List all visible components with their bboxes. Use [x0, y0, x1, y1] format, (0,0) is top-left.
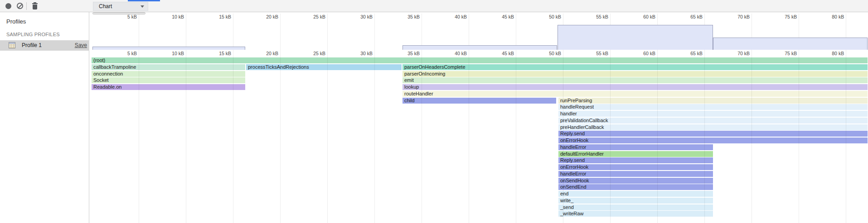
overview-band[interactable] — [558, 25, 713, 50]
axis-tick-label: 80 kB — [818, 14, 844, 19]
axis-tick-label: 10 kB — [158, 51, 184, 56]
axis-tick-label: 30 kB — [346, 51, 373, 56]
flame-bar[interactable]: handleError — [558, 144, 713, 150]
axis-tick-label: 75 kB — [771, 14, 797, 19]
flame-bar[interactable]: routeHandler — [402, 91, 868, 97]
trash-icon[interactable] — [31, 2, 39, 10]
chart-view-select[interactable]: Chart — [93, 2, 148, 11]
axis-tick-label: 30 kB — [346, 14, 373, 19]
axis-tick-label: 65 kB — [676, 14, 703, 19]
trash-icon-body — [33, 5, 37, 9]
profile-icon — [9, 42, 15, 48]
axis-tick-label: 5 kB — [111, 51, 137, 56]
axis-tick-label: 60 kB — [629, 51, 655, 56]
flame-bar[interactable]: preValidationCallback — [558, 118, 868, 123]
sampling-profiles-section-label: SAMPLING PROFILES — [6, 32, 60, 37]
sidebar-item-profile-1[interactable]: Profile 1 Save — [0, 40, 89, 51]
flame-bar[interactable]: end — [558, 191, 713, 197]
save-link[interactable]: Save — [75, 42, 87, 48]
flame-bar[interactable]: Reply.send — [558, 131, 868, 137]
axis-tick-label: 15 kB — [205, 14, 231, 19]
overview-band[interactable] — [402, 45, 557, 50]
chart-pane: 5 kB10 kB15 kB20 kB25 kB30 kB35 kB40 kB4… — [89, 12, 868, 223]
flame-bar[interactable]: runPreParsing — [558, 98, 868, 104]
flame-bar[interactable]: callbackTrampoline — [92, 64, 245, 70]
flame-bar[interactable]: _send — [558, 204, 713, 210]
flame-bar[interactable]: write_ — [558, 198, 713, 204]
axis-tick-label: 25 kB — [299, 51, 325, 56]
axis-tick-label: 35 kB — [393, 51, 420, 56]
axis-tick-label: 20 kB — [252, 14, 278, 19]
flamechart-ruler: 5 kB10 kB15 kB20 kB25 kB30 kB35 kB40 kB4… — [89, 51, 868, 58]
axis-tick-label: 70 kB — [723, 14, 750, 19]
flame-chart: (root)callbackTrampolineprocessTicksAndR… — [89, 57, 868, 223]
axis-tick-label: 65 kB — [676, 51, 703, 56]
record-icon[interactable] — [5, 3, 11, 9]
flame-bar[interactable]: child — [402, 98, 556, 104]
flame-bar[interactable]: Socket — [92, 77, 245, 83]
axis-tick-label: 40 kB — [441, 14, 467, 19]
flame-bar[interactable]: onErrorHook — [558, 138, 868, 143]
axis-tick-label: 20 kB — [252, 51, 278, 56]
overview-band[interactable] — [713, 38, 868, 50]
axis-tick-label: 55 kB — [582, 51, 608, 56]
memory-profiler-panel: Chart Profiles SAMPLING PROFILES Profile… — [0, 0, 868, 223]
axis-tick-label: 25 kB — [299, 14, 325, 19]
toolbar-separator — [26, 2, 27, 10]
active-tab-indicator — [128, 0, 160, 1]
flame-bar[interactable]: lookup — [402, 84, 868, 90]
axis-tick-label: 35 kB — [393, 14, 420, 19]
flame-bar[interactable]: onErrorHook — [558, 164, 713, 170]
axis-tick-label: 60 kB — [629, 14, 655, 19]
axis-tick-label: 40 kB — [441, 51, 467, 56]
flame-bar[interactable]: Readable.on — [92, 84, 245, 90]
flame-bar[interactable]: preHandlerCallback — [558, 124, 868, 130]
flame-bar[interactable]: emit — [402, 77, 868, 83]
axis-tick-label: 75 kB — [771, 51, 797, 56]
chevron-down-icon — [141, 5, 144, 8]
profiles-sidebar: Profiles SAMPLING PROFILES Profile 1 Sav… — [0, 12, 89, 223]
flame-bar[interactable]: handleRequest — [558, 104, 868, 110]
axis-tick-label: 50 kB — [535, 51, 561, 56]
chart-view-select-value: Chart — [99, 3, 112, 9]
axis-tick-label: 5 kB — [111, 14, 137, 19]
axis-tick-label: 15 kB — [205, 51, 231, 56]
overview-band-chart[interactable] — [89, 21, 868, 50]
sidebar-title: Profiles — [6, 18, 26, 25]
toolbar: Chart — [0, 0, 868, 12]
axis-tick-label: 70 kB — [723, 51, 750, 56]
overview-band[interactable] — [92, 47, 245, 50]
flame-bar[interactable]: (root) — [92, 57, 868, 63]
flame-bar[interactable]: onconnection — [92, 71, 245, 77]
flame-bar[interactable]: onSendEnd — [558, 184, 713, 190]
axis-tick-label: 10 kB — [158, 14, 184, 19]
profile-name: Profile 1 — [22, 42, 42, 48]
flame-bar[interactable]: parserOnIncoming — [402, 71, 868, 77]
flame-bar[interactable]: processTicksAndRejections — [246, 64, 402, 70]
trash-icon-lid — [32, 3, 38, 4]
overview-ruler: 5 kB10 kB15 kB20 kB25 kB30 kB35 kB40 kB4… — [89, 14, 868, 21]
flame-bar[interactable]: handleError — [558, 171, 713, 177]
axis-tick-label: 55 kB — [582, 14, 608, 19]
clear-icon-slash — [18, 4, 22, 9]
flame-bar[interactable]: defaultErrorHandler — [558, 151, 713, 157]
axis-tick-label: 50 kB — [535, 14, 561, 19]
flame-bar[interactable]: _writeRaw — [558, 211, 713, 217]
axis-tick-label: 45 kB — [488, 51, 514, 56]
axis-tick-label: 45 kB — [488, 14, 514, 19]
flame-bar[interactable]: handler — [558, 111, 868, 117]
clear-icon[interactable] — [17, 3, 23, 9]
axis-tick-label: 80 kB — [818, 51, 844, 56]
flame-bar[interactable]: parserOnHeadersComplete — [402, 64, 868, 70]
flame-bar[interactable]: Reply.send — [558, 157, 713, 163]
flame-bar[interactable]: onSendHook — [558, 178, 713, 184]
